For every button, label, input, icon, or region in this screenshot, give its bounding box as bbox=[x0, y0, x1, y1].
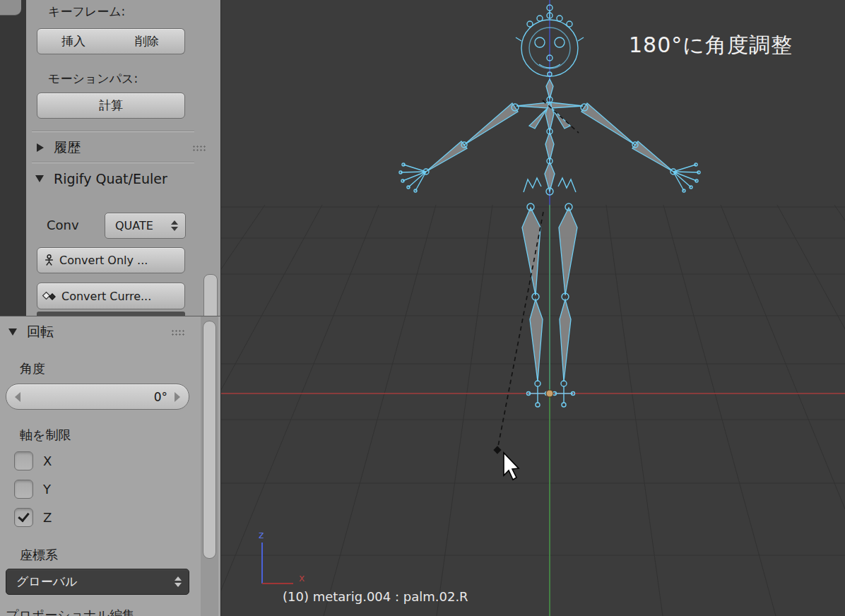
convert-mode-dropdown[interactable]: QUATE bbox=[105, 213, 186, 239]
convert-only-label: Convert Only ... bbox=[59, 254, 148, 267]
toolshelf-scrollbar-thumb[interactable] bbox=[203, 274, 218, 316]
convert-only-button[interactable]: Convert Only ... bbox=[37, 247, 185, 273]
proportional-edit-label: プロポーショナル編集 bbox=[6, 607, 135, 616]
operator-redo-panel: 回転 角度 0° 軸を制限 X Y Z 座標系 グローバル プロポーショナル編集 bbox=[0, 316, 221, 616]
dashed-line-endpoint bbox=[493, 446, 501, 454]
rigify-panel-header[interactable]: Rigify Quat/Euler bbox=[35, 168, 216, 189]
insert-keyframe-button[interactable]: 挿入 bbox=[37, 28, 110, 54]
keyframes-icon bbox=[42, 290, 57, 302]
convert-mode-value: QUATE bbox=[115, 219, 167, 232]
expand-arrow-icon bbox=[35, 175, 44, 182]
rotate-panel-header[interactable]: 回転 bbox=[8, 321, 185, 343]
angle-slider[interactable]: 0° bbox=[6, 384, 189, 410]
axis-y-checkbox[interactable] bbox=[14, 480, 33, 499]
orientation-dropdown[interactable]: グローバル bbox=[6, 569, 189, 595]
orientation-label: 座標系 bbox=[20, 547, 58, 564]
axis-x-checkbox[interactable] bbox=[14, 451, 33, 470]
constraint-axis-label: 軸を制限 bbox=[20, 427, 71, 444]
annotation-text: 180°に角度調整 bbox=[629, 31, 793, 60]
axis-gizmo: z x bbox=[259, 529, 305, 584]
panel-grip-icon[interactable] bbox=[192, 145, 206, 151]
axis-z-label: Z bbox=[43, 510, 52, 525]
collapse-arrow-icon bbox=[37, 143, 44, 152]
conv-label: Conv bbox=[47, 218, 79, 232]
dropdown-arrows-icon bbox=[171, 220, 178, 231]
viewport-3d[interactable]: z x 180°に角度調整 (10) metarig.004 : palm.02… bbox=[221, 0, 845, 616]
axis-z-checkbox[interactable] bbox=[14, 508, 33, 527]
tool-shelf-panel: キーフレーム: 挿入 削除 モーションパス: 計算 履歴 Rigify Quat… bbox=[0, 0, 221, 316]
active-bone-status-text: (10) metarig.004 : palm.02.R bbox=[283, 589, 468, 604]
panel-grip-icon[interactable] bbox=[171, 329, 185, 336]
keyframes-label: キーフレーム: bbox=[48, 4, 125, 20]
axis-y-label: Y bbox=[43, 482, 51, 497]
delete-keyframe-button[interactable]: 削除 bbox=[110, 28, 185, 54]
expand-arrow-icon bbox=[8, 328, 17, 336]
divider bbox=[32, 162, 194, 162]
calculate-paths-button[interactable]: 計算 bbox=[37, 93, 185, 119]
orientation-value: グローバル bbox=[16, 574, 170, 590]
motion-paths-label: モーションパス: bbox=[48, 71, 138, 87]
dropdown-arrows-icon bbox=[175, 576, 182, 587]
angle-label: 角度 bbox=[20, 360, 45, 377]
slider-increase-icon[interactable] bbox=[175, 392, 180, 402]
viewport-scene: z x bbox=[221, 0, 845, 616]
shelf-side-strip bbox=[0, 0, 26, 316]
slider-decrease-icon[interactable] bbox=[15, 392, 20, 402]
convert-current-button[interactable]: Convert Curre... bbox=[37, 283, 185, 309]
divider bbox=[32, 131, 194, 131]
history-panel-header[interactable]: 履歴 bbox=[37, 137, 206, 158]
rigify-panel-title: Rigify Quat/Euler bbox=[54, 171, 167, 186]
convert-current-label: Convert Curre... bbox=[61, 290, 151, 303]
armature-icon bbox=[43, 254, 55, 266]
checkmark-icon bbox=[18, 510, 30, 522]
operator-scrollbar-thumb[interactable] bbox=[203, 321, 216, 559]
mouse-cursor bbox=[504, 453, 519, 480]
rotate-panel-title: 回転 bbox=[27, 323, 54, 341]
object-origin-dot[interactable] bbox=[546, 390, 553, 397]
axis-x-label: X bbox=[43, 454, 52, 468]
history-panel-title: 履歴 bbox=[54, 138, 81, 157]
gizmo-x-label: x bbox=[299, 572, 305, 584]
angle-value: 0° bbox=[20, 390, 175, 404]
collapsed-region-tab[interactable] bbox=[0, 0, 21, 16]
gizmo-z-label: z bbox=[259, 529, 264, 540]
